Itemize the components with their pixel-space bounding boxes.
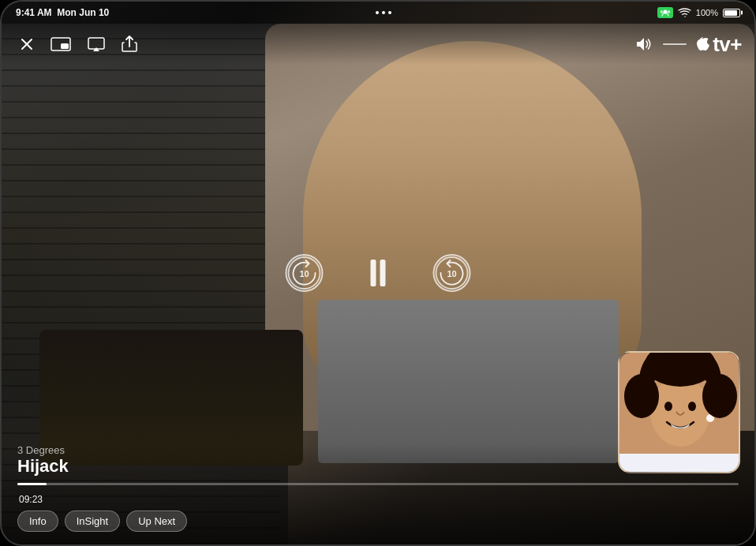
bottom-buttons: Info InSight Up Next [17, 510, 739, 532]
pause-button[interactable] [371, 260, 386, 286]
top-left-controls [14, 31, 142, 58]
battery-fill [724, 10, 737, 16]
forward-button[interactable]: 10 [433, 254, 471, 292]
svg-point-19 [624, 374, 659, 418]
dot2 [382, 11, 385, 14]
svg-text:10: 10 [299, 269, 309, 279]
insight-button[interactable]: InSight [65, 510, 120, 532]
volume-icon[interactable] [636, 37, 653, 51]
info-button[interactable]: Info [17, 510, 58, 532]
apple-tv-logo: tv+ [696, 32, 742, 57]
pause-bar-right [380, 260, 386, 286]
svg-rect-6 [61, 43, 69, 49]
progress-bar-track[interactable] [17, 483, 739, 485]
airplay-button[interactable] [82, 32, 110, 57]
wifi-icon [678, 8, 691, 18]
svg-point-20 [702, 374, 737, 418]
svg-point-2 [668, 10, 671, 13]
progress-bar-fill [17, 483, 47, 485]
svg-rect-17 [619, 454, 740, 473]
close-button[interactable] [14, 32, 39, 57]
top-right-controls: tv+ [636, 32, 742, 57]
top-controls: tv+ [2, 24, 754, 65]
pause-icon [371, 260, 386, 286]
status-right: 100% [657, 7, 740, 18]
facetime-pip[interactable] [618, 351, 740, 473]
svg-point-14 [650, 377, 710, 447]
playback-controls: 10 10 [286, 254, 471, 292]
pip-button[interactable] [46, 32, 76, 57]
forward-circle: 10 [433, 254, 471, 292]
share-button[interactable] [117, 31, 142, 58]
scene-shirt [318, 300, 619, 462]
pause-bar-left [371, 260, 376, 286]
svg-point-15 [664, 402, 672, 411]
rewind-button[interactable]: 10 [286, 254, 324, 292]
battery-percent: 100% [696, 8, 718, 17]
status-time: 9:41 AM Mon Jun 10 [16, 7, 109, 18]
up-next-button[interactable]: Up Next [126, 510, 187, 532]
volume-control [636, 37, 653, 51]
svg-point-1 [661, 10, 664, 13]
volume-track[interactable] [663, 43, 687, 45]
status-center-dots [376, 11, 391, 14]
svg-text:10: 10 [447, 269, 456, 279]
appletv-text: tv+ [713, 32, 742, 57]
status-bar: 9:41 AM Mon Jun 10 [2, 2, 754, 24]
pip-face-bg [619, 353, 739, 472]
progress-time: 09:23 [19, 494, 43, 505]
dot1 [376, 11, 379, 14]
battery-icon [723, 9, 740, 17]
ipad-frame: 9:41 AM Mon Jun 10 [0, 0, 756, 546]
progress-container [17, 483, 739, 485]
shareplay-icon [657, 7, 673, 18]
rewind-circle: 10 [286, 254, 324, 292]
dot3 [388, 11, 391, 14]
svg-point-16 [688, 402, 696, 411]
